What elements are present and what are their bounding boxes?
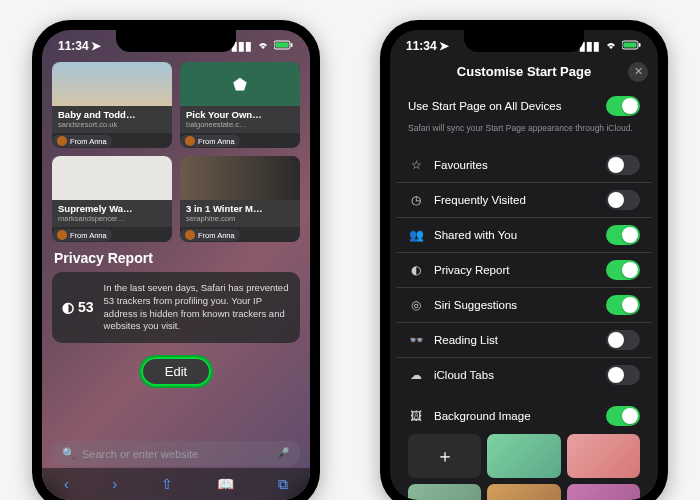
avatar <box>185 136 195 146</box>
option-label: Shared with You <box>434 229 517 241</box>
card-image <box>52 156 172 200</box>
from-pill: From Anna <box>52 135 112 147</box>
back-icon[interactable]: ‹ <box>64 476 69 492</box>
shared-card[interactable]: Baby and Todd… sandsresort.co.uk From An… <box>52 62 172 148</box>
search-placeholder: Search or enter website <box>82 448 198 460</box>
add-background-button[interactable]: ＋ <box>408 434 481 478</box>
privacy-report-heading: Privacy Report <box>54 250 300 266</box>
sync-hint: Safari will sync your Start Page appeara… <box>396 123 652 142</box>
all-devices-label: Use Start Page on All Devices <box>408 100 561 112</box>
tabs-icon[interactable]: ⧉ <box>278 476 288 493</box>
background-thumb[interactable] <box>567 434 640 478</box>
option-toggle[interactable] <box>606 295 640 315</box>
tracker-count: 53 <box>78 298 94 317</box>
shared-card[interactable]: ⬟ Pick Your Own… balgoneestate.c… From A… <box>180 62 300 148</box>
avatar <box>185 230 195 240</box>
bottom-toolbar: ‹ › ⇧ 📖 ⧉ <box>42 468 310 500</box>
card-subtitle: balgoneestate.c… <box>186 120 294 129</box>
location-icon: ➤ <box>91 39 101 53</box>
status-time: 11:34 <box>406 39 437 53</box>
bookmarks-icon[interactable]: 📖 <box>217 476 234 492</box>
option-toggle[interactable] <box>606 330 640 350</box>
option-row-siri-suggestions: ◎Siri Suggestions <box>396 287 652 322</box>
card-subtitle: sandsresort.co.uk <box>58 120 166 129</box>
star-icon: ☆ <box>408 158 424 172</box>
wifi-icon <box>256 39 270 53</box>
all-devices-row: Use Start Page on All Devices <box>396 89 652 123</box>
card-image <box>180 156 300 200</box>
search-icon: 🔍 <box>62 447 76 460</box>
forward-icon[interactable]: › <box>113 476 118 492</box>
all-devices-toggle[interactable] <box>606 96 640 116</box>
shield-icon: ◐ <box>62 298 74 317</box>
svg-rect-5 <box>639 43 641 47</box>
option-toggle[interactable] <box>606 365 640 385</box>
avatar <box>57 136 67 146</box>
shared-card[interactable]: 3 in 1 Winter M… seraphine.com From Anna <box>180 156 300 242</box>
clock-icon: ◷ <box>408 193 424 207</box>
card-title: Pick Your Own… <box>186 109 294 120</box>
privacy-report-card[interactable]: ◐ 53 In the last seven days, Safari has … <box>52 272 300 343</box>
image-icon: 🖼 <box>408 409 424 423</box>
privacy-body: In the last seven days, Safari has preve… <box>104 282 290 333</box>
option-row-reading-list: 👓Reading List <box>396 322 652 357</box>
option-label: Siri Suggestions <box>434 299 517 311</box>
option-toggle[interactable] <box>606 225 640 245</box>
battery-icon <box>274 39 294 53</box>
option-label: Favourites <box>434 159 488 171</box>
option-label: Frequently Visited <box>434 194 526 206</box>
option-row-privacy-report: ◐Privacy Report <box>396 252 652 287</box>
option-row-frequently-visited: ◷Frequently Visited <box>396 182 652 217</box>
shared-card[interactable]: Supremely Wa… marksandspencer… From Anna <box>52 156 172 242</box>
background-thumb[interactable] <box>408 484 481 500</box>
status-time: 11:34 <box>58 39 89 53</box>
card-title: Supremely Wa… <box>58 203 166 214</box>
from-pill: From Anna <box>52 229 112 241</box>
mic-icon[interactable]: 🎤 <box>276 447 290 460</box>
svg-rect-1 <box>276 43 289 48</box>
background-thumb[interactable] <box>487 484 560 500</box>
option-label: iCloud Tabs <box>434 369 494 381</box>
option-toggle[interactable] <box>606 260 640 280</box>
close-button[interactable]: ✕ <box>628 62 648 82</box>
option-row-favourites: ☆Favourites <box>396 148 652 182</box>
background-label: Background Image <box>434 410 531 422</box>
share-icon[interactable]: ⇧ <box>161 476 173 492</box>
battery-icon <box>622 39 642 53</box>
background-thumb[interactable] <box>567 484 640 500</box>
search-input[interactable]: 🔍 Search or enter website 🎤 <box>52 441 300 466</box>
option-toggle[interactable] <box>606 155 640 175</box>
option-toggle[interactable] <box>606 190 640 210</box>
from-pill: From Anna <box>180 135 240 147</box>
card-image <box>52 62 172 106</box>
edit-button[interactable]: Edit <box>141 357 211 386</box>
shield-icon: ◐ <box>408 263 424 277</box>
svg-rect-4 <box>624 43 637 48</box>
avatar <box>57 230 67 240</box>
background-toggle[interactable] <box>606 406 640 426</box>
background-thumb[interactable] <box>487 434 560 478</box>
siri-icon: ◎ <box>408 298 424 312</box>
card-image: ⬟ <box>180 62 300 106</box>
wifi-icon <box>604 39 618 53</box>
from-pill: From Anna <box>180 229 240 241</box>
option-row-icloud-tabs: ☁iCloud Tabs <box>396 357 652 392</box>
cloud-icon: ☁ <box>408 368 424 382</box>
card-title: Baby and Todd… <box>58 109 166 120</box>
card-title: 3 in 1 Winter M… <box>186 203 294 214</box>
svg-rect-2 <box>291 43 293 47</box>
card-subtitle: seraphine.com <box>186 214 294 223</box>
option-label: Privacy Report <box>434 264 509 276</box>
card-subtitle: marksandspencer… <box>58 214 166 223</box>
sheet-title: Customise Start Page <box>457 64 591 79</box>
option-label: Reading List <box>434 334 498 346</box>
option-row-shared-with-you: 👥Shared with You <box>396 217 652 252</box>
location-icon: ➤ <box>439 39 449 53</box>
people-icon: 👥 <box>408 228 424 242</box>
glasses-icon: 👓 <box>408 333 424 347</box>
